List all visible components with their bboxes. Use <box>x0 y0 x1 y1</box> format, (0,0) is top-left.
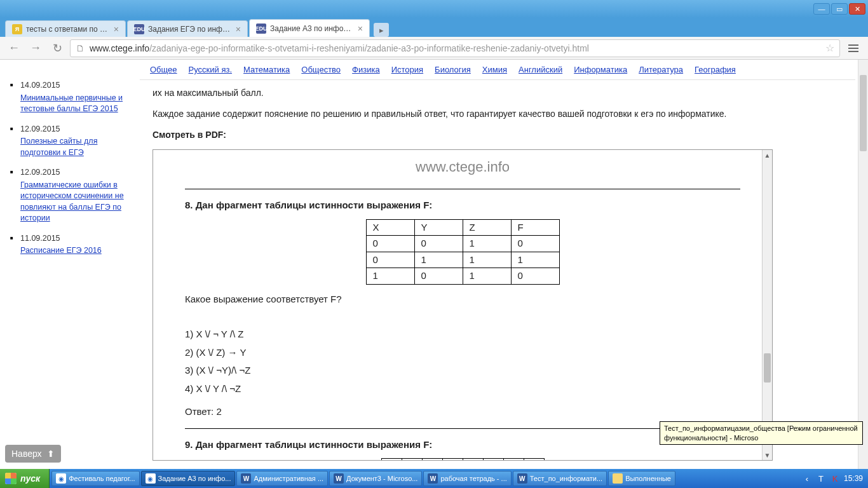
tab-title: тесты с ответами по инфо <box>26 25 111 34</box>
tab-close-icon[interactable]: × <box>114 24 119 34</box>
scroll-up-icon[interactable]: ▲ <box>763 150 772 160</box>
taskbar-item-icon: W <box>334 473 344 484</box>
button-label: Наверх <box>11 449 42 459</box>
pdf-watermark: www.ctege.info <box>185 156 740 177</box>
scroll-thumb[interactable] <box>764 353 771 383</box>
nav-link[interactable]: Литература <box>639 65 683 74</box>
windows-logo-icon <box>5 473 17 484</box>
taskbar-item-label: Документ3 - Microso... <box>346 475 417 482</box>
sidebar-link[interactable]: Полезные сайты для подготовки к ЕГЭ <box>20 136 130 158</box>
taskbar-item[interactable]: WДокумент3 - Microso... <box>329 471 422 486</box>
taskbar-item[interactable]: ◉Фестиваль педагог... <box>51 471 139 486</box>
tray-icon[interactable]: T <box>816 473 826 484</box>
new-tab-button[interactable]: ▸ <box>374 23 389 37</box>
answer-option: 3) (X \/ ¬Y)/\ ¬Z <box>185 363 740 378</box>
browser-toolbar: ← → ↻ 🗋 www.ctege.info/zadaniya-ege-po-i… <box>0 37 868 60</box>
scroll-down-icon[interactable]: ▼ <box>763 450 772 460</box>
sidebar-item: 14.09.2015Минимальные первичные и тестов… <box>10 80 130 115</box>
nav-link[interactable]: Русский яз. <box>189 65 232 74</box>
back-button[interactable]: ← <box>5 39 23 57</box>
sidebar-date: 14.09.2015 <box>20 81 60 90</box>
nav-link[interactable]: Английский <box>519 65 562 74</box>
nav-link[interactable]: Биология <box>435 65 471 74</box>
browser-tabstrip: Ятесты с ответами по инфо×EDUЗадания ЕГЭ… <box>0 18 868 37</box>
taskbar-clock[interactable]: 15:39 <box>844 474 863 483</box>
pdf-divider <box>185 428 740 429</box>
system-tray: ‹ T K 15:39 <box>797 469 868 488</box>
windows-taskbar: пуск ◉Фестиваль педагог...◉Задание А3 по… <box>0 469 868 488</box>
taskbar-item-label: Фестиваль педагог... <box>69 475 135 482</box>
taskbar-item-icon: ◉ <box>146 473 156 484</box>
main-article: их на максимальный балл. Каждое задание … <box>140 60 868 469</box>
sidebar-item: 11.09.2015Расписание ЕГЭ 2016 <box>10 233 130 257</box>
scroll-to-top-button[interactable]: Наверх ⬆ <box>5 445 61 463</box>
start-label: пуск <box>20 473 40 484</box>
nav-link[interactable]: Физика <box>352 65 380 74</box>
url-path: /zadaniya-ege-po-informatike-s-otvetami-… <box>149 43 589 53</box>
tab-favicon: EDU <box>256 24 266 34</box>
nav-link[interactable]: Общество <box>301 65 341 74</box>
window-minimize-button[interactable]: — <box>813 3 830 15</box>
tab-title: Задания ЕГЭ по информати <box>148 25 233 34</box>
nav-link[interactable]: Химия <box>482 65 507 74</box>
window-maximize-button[interactable]: ▭ <box>831 3 848 15</box>
pdf-divider <box>185 189 740 189</box>
truth-table-8: XYZF001001111010 <box>366 219 560 285</box>
site-navigation: ОбщееРусский яз.МатематикаОбществоФизика… <box>140 60 855 80</box>
taskbar-item-label: Выполненные <box>625 475 671 482</box>
taskbar-item[interactable]: WАдминистративная ... <box>236 471 328 486</box>
window-titlebar: — ▭ ✕ <box>0 0 868 18</box>
nav-link[interactable]: Математика <box>243 65 290 74</box>
pdf-scrollbar[interactable]: ▲ ▼ <box>762 150 772 460</box>
truth-table-9: x1x2x3x4x5x6x7F0101111110101100 <box>381 458 545 461</box>
taskbar-tooltip: Тест_по_информатицазии_общества [Режим о… <box>660 421 863 445</box>
taskbar-item-label: рабочая тетрадь - ... <box>440 475 506 482</box>
tab-close-icon[interactable]: × <box>236 24 241 34</box>
taskbar-item-icon <box>613 473 623 484</box>
reload-button[interactable]: ↻ <box>48 39 66 57</box>
browser-menu-button[interactable] <box>844 39 863 57</box>
sidebar-link[interactable]: Грамматические ошибки в историческом соч… <box>20 180 130 224</box>
taskbar-item[interactable]: WТест_по_информати... <box>513 471 607 486</box>
pdf-label: Смотреть в PDF: <box>153 128 773 142</box>
nav-link[interactable]: История <box>391 65 423 74</box>
answer-option: 2) (X \/ Z) → Y <box>185 346 740 360</box>
taskbar-item-icon: ◉ <box>56 473 66 484</box>
window-close-button[interactable]: ✕ <box>849 3 865 15</box>
scroll-thumb[interactable] <box>860 75 867 151</box>
taskbar-item[interactable]: Wрабочая тетрадь - ... <box>423 471 511 486</box>
tray-icon[interactable]: ‹ <box>802 473 812 484</box>
sidebar-link[interactable]: Расписание ЕГЭ 2016 <box>20 245 130 257</box>
question-title: 9. Дан фрагмент таблицы истинности выраж… <box>185 438 740 452</box>
tab-close-icon[interactable]: × <box>358 24 363 34</box>
taskbar-item-label: Административная ... <box>254 475 323 482</box>
sidebar: 14.09.2015Минимальные первичные и тестов… <box>0 60 140 469</box>
page-scrollbar[interactable] <box>858 60 868 469</box>
bookmark-icon[interactable]: ☆ <box>825 42 834 54</box>
tab-favicon: Я <box>12 24 22 34</box>
article-text: Каждое задание содержит пояснение по реш… <box>153 107 773 121</box>
tray-antivirus-icon[interactable]: K <box>830 473 840 484</box>
page-content: ОбщееРусский яз.МатематикаОбществоФизика… <box>0 60 868 469</box>
nav-link[interactable]: География <box>695 65 736 74</box>
browser-tab[interactable]: EDUЗадание А3 по информатик× <box>249 19 370 37</box>
sidebar-item: 12.09.2015Грамматические ошибки в истори… <box>10 167 130 224</box>
browser-tab[interactable]: Ятесты с ответами по инфо× <box>5 20 126 37</box>
tab-favicon: EDU <box>134 24 144 34</box>
answer-option: 1) X \/ ¬ Y /\ Z <box>185 327 740 342</box>
sidebar-link[interactable]: Минимальные первичные и тестовые баллы Е… <box>20 93 130 115</box>
taskbar-item[interactable]: ◉Задание А3 по инфо... <box>141 471 236 486</box>
nav-link[interactable]: Информатика <box>574 65 627 74</box>
forward-button[interactable]: → <box>27 39 44 57</box>
nav-link[interactable]: Общее <box>150 65 177 74</box>
taskbar-item-label: Задание А3 по инфо... <box>158 475 231 482</box>
answer-option: 4) X \/ Y /\ ¬Z <box>185 382 740 396</box>
taskbar-item-icon: W <box>428 473 438 484</box>
browser-tab[interactable]: EDUЗадания ЕГЭ по информати× <box>127 20 248 37</box>
answer-text: Ответ: 2 <box>185 405 740 419</box>
tab-title: Задание А3 по информатик <box>270 24 355 33</box>
url-bar[interactable]: 🗋 www.ctege.info/zadaniya-ege-po-informa… <box>70 39 840 57</box>
question-title: 8. Дан фрагмент таблицы истинности выраж… <box>185 198 740 213</box>
taskbar-item[interactable]: Выполненные <box>608 471 675 486</box>
start-button[interactable]: пуск <box>0 469 50 488</box>
